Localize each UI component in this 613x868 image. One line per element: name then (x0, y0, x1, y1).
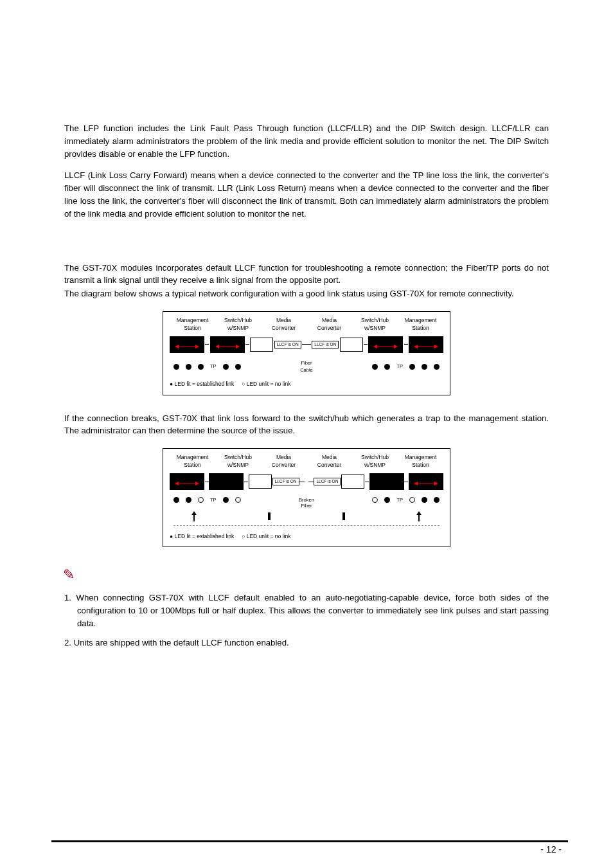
svg-marker-11 (434, 345, 438, 348)
notes-list: 1. When connecting GST-70X with LLCF def… (64, 592, 549, 649)
note-pencil-icon: ✎ (63, 564, 549, 585)
led-lit-icon (186, 364, 191, 370)
led-lit-icon (223, 497, 229, 503)
led-lit-icon (198, 364, 204, 370)
col-label: Management (170, 317, 215, 325)
led-lit-icon (434, 364, 440, 370)
diagram-good-link: ManagementStation Switch/Hubw/SNMP Media… (163, 311, 450, 395)
mgmt-station-left (170, 336, 204, 353)
svg-marker-5 (236, 345, 240, 348)
led-lit-icon (409, 364, 415, 370)
switch-hub-left (210, 336, 245, 353)
col-sublabel: Converter (261, 462, 306, 469)
diagram-broken-link: ManagementStation Switch/Hubw/SNMP Media… (163, 448, 450, 547)
col-label: Management (398, 454, 443, 462)
svg-marker-2 (195, 345, 199, 348)
svg-marker-23 (416, 511, 422, 515)
col-sublabel: w/SNMP (215, 325, 261, 332)
led-unlit-icon (372, 497, 378, 503)
col-sublabel: Converter (306, 462, 352, 469)
switch-hub-right (368, 336, 403, 353)
col-sublabel: Station (170, 325, 215, 332)
col-sublabel: w/SNMP (352, 325, 398, 332)
page-number: - 12 - (540, 843, 562, 856)
col-sublabel: Station (398, 462, 443, 469)
led-unlit-icon (409, 497, 415, 503)
media-converter-right (341, 475, 364, 489)
diagram-legend: ● LED lit = established link ○ LED unlit… (170, 380, 443, 388)
col-label: Switch/Hub (352, 317, 398, 325)
led-unlit-icon (235, 497, 241, 503)
svg-marker-4 (215, 345, 219, 348)
svg-marker-7 (373, 345, 377, 348)
cable-label: Cable (300, 366, 313, 374)
llcf-badge: LLCF is ON (314, 478, 341, 486)
legend-lit: ● LED lit = established link (170, 533, 234, 539)
note-1: 1. When connecting GST-70X with LLCF def… (64, 592, 549, 629)
footer-rule (51, 840, 568, 842)
col-label: Switch/Hub (215, 454, 261, 462)
led-lit-icon (422, 497, 427, 503)
led-lit-icon (173, 364, 179, 370)
svg-marker-13 (175, 482, 179, 485)
media-converter-right (340, 338, 363, 352)
paragraph-3: The GST-70X modules incorporates default… (64, 262, 549, 286)
media-converter-left (249, 475, 272, 489)
diagram-legend: ● LED lit = established link ○ LED unlit… (170, 532, 443, 541)
svg-marker-1 (175, 345, 179, 348)
tp-label: TP (396, 363, 403, 370)
paragraph-2: LLCF (Link Loss Carry Forward) means whe… (64, 169, 549, 220)
llcf-badge: LLCF is ON (272, 478, 299, 486)
col-sublabel: Station (398, 325, 443, 332)
legend-lit: ● LED lit = established link (170, 381, 234, 387)
col-sublabel: Converter (306, 325, 352, 332)
col-label: Media (306, 454, 352, 462)
legend-unlit: ○ LED unlit = no link (242, 533, 290, 539)
led-lit-icon (384, 364, 390, 370)
led-lit-icon (434, 497, 440, 503)
col-label: Media (306, 317, 352, 325)
media-converter-left (250, 338, 273, 352)
fiber-label: Fiber (300, 359, 313, 366)
fault-arrows (170, 511, 443, 523)
paragraph-4: The diagram below shows a typical networ… (64, 287, 549, 300)
llcf-badge: LLCF is ON (312, 341, 339, 349)
col-sublabel: Converter (261, 325, 306, 332)
mgmt-station-right (409, 336, 443, 353)
led-lit-icon (422, 364, 427, 370)
col-label: Management (398, 317, 443, 325)
col-label: Switch/Hub (215, 317, 261, 325)
led-lit-icon (235, 364, 241, 370)
paragraph-1: The LFP function includes the Link Fault… (64, 122, 549, 160)
switch-hub-left (209, 473, 244, 490)
svg-marker-14 (195, 482, 199, 485)
led-lit-icon (384, 497, 390, 503)
led-unlit-icon (198, 497, 204, 503)
svg-marker-16 (414, 482, 418, 485)
col-sublabel: w/SNMP (352, 462, 398, 469)
svg-marker-17 (434, 482, 438, 485)
svg-marker-8 (394, 345, 398, 348)
paragraph-5: If the connection breaks, GST-70X that l… (64, 412, 549, 437)
led-lit-icon (186, 497, 191, 503)
led-lit-icon (372, 364, 378, 370)
col-label: Switch/Hub (352, 454, 398, 462)
col-sublabel: w/SNMP (215, 462, 261, 469)
col-label: Media (261, 454, 306, 462)
tp-label: TP (396, 496, 403, 503)
mgmt-station-right (409, 473, 443, 490)
fault-path-line (173, 525, 440, 526)
led-lit-icon (173, 497, 179, 503)
llcf-badge: LLCF is ON (274, 341, 301, 349)
legend-unlit: ○ LED unlit = no link (242, 381, 290, 387)
tp-label: TP (210, 496, 217, 503)
mgmt-station-left (170, 473, 204, 490)
led-lit-icon (223, 364, 229, 370)
col-label: Media (261, 317, 306, 325)
col-label: Management (170, 454, 215, 462)
svg-marker-19 (191, 511, 197, 515)
svg-marker-10 (414, 345, 418, 348)
note-2: 2. Units are shipped with the default LL… (64, 637, 549, 649)
switch-hub-right (369, 473, 404, 490)
tp-label: TP (210, 363, 217, 370)
